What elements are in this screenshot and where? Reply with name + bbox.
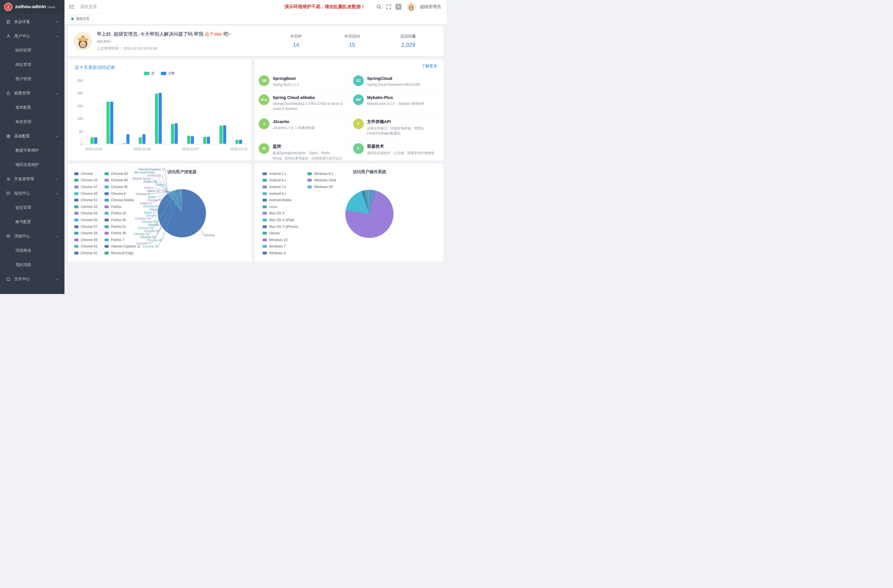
bar-group[interactable] bbox=[235, 140, 242, 144]
sidebar-item[interactable]: 文件中心 bbox=[0, 272, 65, 286]
legend-item[interactable]: Chrome 57 bbox=[74, 225, 97, 229]
bar-group[interactable] bbox=[139, 134, 146, 144]
learn-more-link[interactable]: 了解更多 bbox=[422, 64, 437, 69]
bar-您 bbox=[203, 137, 206, 144]
legend-item[interactable]: 总数 bbox=[161, 71, 175, 76]
legend-item[interactable]: Chrome 51 bbox=[74, 198, 97, 202]
legend-item[interactable]: Mac OS X (iPhone) bbox=[263, 225, 298, 229]
legend-label: Chrome 58 bbox=[81, 231, 97, 235]
legend-item[interactable]: Chrome 54 bbox=[74, 211, 97, 215]
bar-group[interactable] bbox=[203, 137, 210, 144]
legend-item[interactable]: Chrome Mobile bbox=[105, 198, 140, 202]
sidebar-item[interactable]: 地区信息维护 bbox=[0, 158, 65, 172]
legend-item[interactable]: Mac OS X bbox=[263, 211, 298, 215]
bar-group[interactable] bbox=[90, 137, 97, 144]
legend-item[interactable]: Firefox 42 bbox=[105, 211, 140, 215]
legend-swatch bbox=[144, 72, 149, 75]
bar-group[interactable] bbox=[187, 136, 194, 144]
legend-item[interactable]: Android Mobile bbox=[263, 198, 298, 202]
sidebar-item[interactable]: 消息中心 bbox=[0, 229, 65, 243]
sidebar-item[interactable]: 短信管理 bbox=[0, 200, 65, 215]
sidebar-item[interactable]: 数据字典维护 bbox=[0, 143, 65, 158]
legend-item[interactable]: Windows 10 bbox=[263, 238, 298, 242]
sidebar-item[interactable]: 用户管理 bbox=[0, 72, 65, 86]
sidebar-item[interactable]: 账号配置 bbox=[0, 215, 65, 229]
legend-item[interactable]: Chrome 59 bbox=[74, 238, 97, 242]
legend-item[interactable]: Ubuntu bbox=[263, 231, 298, 235]
sidebar-item-label: 权限管理 bbox=[14, 91, 30, 96]
sidebar-item[interactable]: 权限管理 bbox=[0, 86, 65, 100]
fullscreen-icon[interactable] bbox=[386, 4, 392, 10]
y-tick-label: 100 bbox=[68, 117, 83, 121]
legend-item[interactable]: Firefox bbox=[105, 205, 140, 209]
legend-item[interactable]: Internet Explorer 11 bbox=[105, 244, 140, 248]
message-icon bbox=[6, 234, 11, 239]
app-logo[interactable]: Z zuihou-admincloud bbox=[0, 0, 65, 14]
sidebar-collapse-icon[interactable] bbox=[69, 4, 75, 9]
row-charts-top: 近十天系统访问记录 您总数 0501001502002502019-12-012… bbox=[67, 59, 444, 161]
bar-group[interactable] bbox=[155, 93, 162, 144]
tab-home[interactable]: 系统主页 bbox=[67, 15, 93, 23]
bar-group[interactable] bbox=[219, 125, 226, 144]
legend-item[interactable]: Chrome 61 bbox=[74, 244, 97, 248]
sidebar-item[interactable]: 岗位管理 bbox=[0, 57, 65, 72]
legend-item[interactable]: Chrome 63 bbox=[105, 172, 140, 176]
legend-item[interactable]: Firefox 7 bbox=[105, 238, 140, 242]
sidebar-item[interactable]: 我的消息 bbox=[0, 257, 65, 272]
legend-item[interactable]: Microsoft Edge bbox=[105, 251, 140, 255]
sidebar-item[interactable]: 消息推送 bbox=[0, 243, 65, 257]
legend-item[interactable]: Chrome 8 bbox=[105, 192, 140, 195]
star-link[interactable]: 点个star bbox=[204, 32, 222, 37]
legend-item[interactable]: Chrome bbox=[74, 172, 97, 176]
sidebar-item[interactable]: 基础配置 bbox=[0, 129, 65, 143]
legend-item[interactable]: Chrome 49 bbox=[74, 192, 97, 195]
legend-item[interactable]: Chrome 65 bbox=[105, 185, 140, 189]
pie[interactable] bbox=[345, 190, 394, 238]
username[interactable]: 超级管理员 bbox=[420, 4, 441, 9]
legend-swatch bbox=[74, 199, 78, 202]
sidebar-item[interactable]: 用户中心 bbox=[0, 29, 65, 43]
font-size-icon[interactable]: A bbox=[395, 4, 401, 10]
legend-item[interactable]: Chrome 62 bbox=[74, 251, 97, 255]
legend-item[interactable]: Mac OS X (iPad) bbox=[263, 218, 298, 222]
avatar[interactable] bbox=[406, 2, 416, 12]
legend-item[interactable]: Windows 7 bbox=[263, 244, 298, 248]
legend-item[interactable]: Chrome 53 bbox=[74, 205, 97, 209]
legend-label: Windows 8 bbox=[269, 251, 286, 255]
legend-item[interactable]: Chrome 26 bbox=[74, 178, 97, 182]
legend-item[interactable]: Chrome 55 bbox=[74, 218, 97, 222]
bar-group[interactable] bbox=[171, 123, 178, 144]
sidebar-item[interactable]: 务必详看 bbox=[0, 15, 65, 29]
pie[interactable] bbox=[158, 189, 206, 238]
legend-item[interactable]: Windows 8.1 bbox=[307, 172, 336, 176]
legend-item[interactable]: Windows XP bbox=[307, 185, 336, 189]
bar-group[interactable] bbox=[123, 134, 129, 144]
legend-swatch bbox=[263, 179, 267, 182]
legend-item[interactable]: Android 7.x bbox=[263, 185, 298, 189]
sidebar-item[interactable]: 角色管理 bbox=[0, 114, 65, 129]
legend-item[interactable]: Chrome 64 bbox=[105, 178, 140, 182]
breadcrumb[interactable]: 系统主页 bbox=[80, 4, 97, 9]
legend-item[interactable]: Chrome 58 bbox=[74, 231, 97, 235]
legend-item[interactable]: Firefox 56 bbox=[105, 231, 140, 235]
sidebar-item[interactable]: 菜单配置 bbox=[0, 100, 65, 114]
legend-item[interactable]: Linux bbox=[263, 205, 298, 209]
sidebar-item[interactable]: 短信中心 bbox=[0, 186, 65, 200]
bar-group[interactable] bbox=[107, 102, 113, 144]
legend-item[interactable]: Android 1.x bbox=[263, 172, 298, 176]
legend-item[interactable]: Firefox 45 bbox=[105, 218, 140, 222]
legend-swatch bbox=[263, 245, 267, 248]
sidebar-item[interactable]: 开发者管理 bbox=[0, 172, 65, 186]
legend-item[interactable]: Android 6.x bbox=[263, 178, 298, 182]
legend-swatch bbox=[105, 219, 109, 221]
sidebar-item[interactable]: 组织管理 bbox=[0, 43, 65, 57]
legend-item[interactable]: Windows 8 bbox=[263, 251, 298, 255]
legend-item[interactable]: Android 8.x bbox=[263, 192, 298, 195]
legend-item[interactable]: Windows Vista bbox=[307, 178, 336, 182]
browser-legend: ChromeChrome 26Chrome 47Chrome 49Chrome … bbox=[74, 170, 140, 256]
legend-item[interactable]: 您 bbox=[144, 71, 155, 76]
legend-item[interactable]: Chrome 47 bbox=[74, 185, 97, 189]
legend-label: Ubuntu bbox=[269, 231, 280, 235]
legend-item[interactable]: Firefox 51 bbox=[105, 225, 140, 229]
search-icon[interactable] bbox=[376, 4, 382, 10]
